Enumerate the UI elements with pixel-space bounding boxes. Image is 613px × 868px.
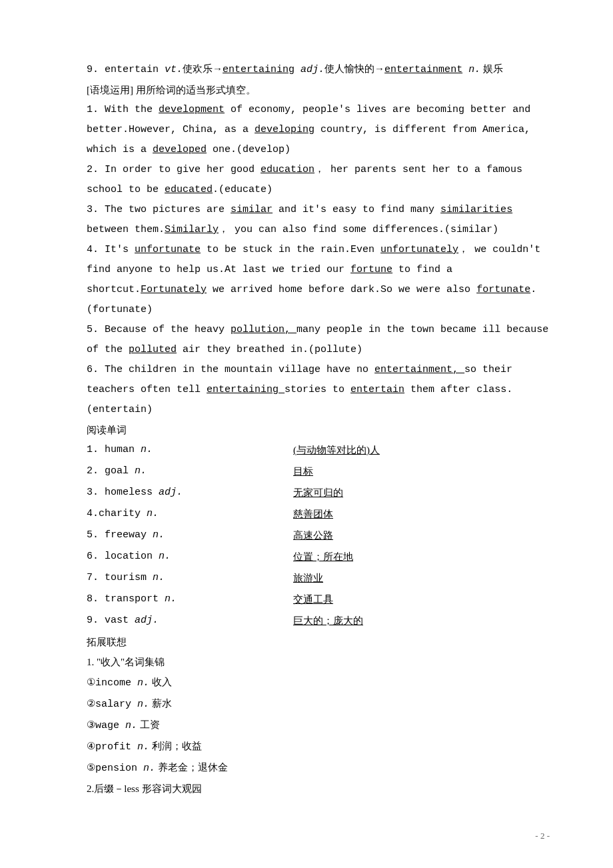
text: .(educate) — [213, 184, 273, 195]
extend-header: 拓展联想 — [87, 632, 550, 652]
ext-word: wage — [95, 720, 125, 731]
ext-meaning: 收入 — [149, 677, 172, 687]
circled-number: ③ — [87, 719, 95, 730]
ext-meaning: 工资 — [137, 719, 160, 730]
pos-label: n. — [153, 529, 165, 541]
sentence-2: 2. In order to give her good education， … — [87, 160, 550, 200]
vocab-row: 9. vast adj.巨大的；庞大的 — [87, 611, 550, 632]
pos-label: n. — [137, 677, 149, 689]
answer: similarities — [440, 204, 512, 215]
meaning-text: 旅游业 — [293, 573, 323, 583]
ext2-title: 2.后缀－less 形容词大观园 — [87, 779, 550, 799]
vocab-term: 5. freeway n. — [87, 525, 293, 547]
answer: educated — [165, 184, 213, 195]
pos-label: n. — [143, 763, 155, 774]
derived-word: entertainment — [384, 64, 462, 75]
vocab-row: 5. freeway n.高速公路 — [87, 525, 550, 547]
answer: fortune — [350, 264, 392, 275]
vocab-word: 8. transport — [87, 593, 165, 605]
text: 3. The two pictures are — [87, 204, 231, 215]
vocab-term: 2. goal n. — [87, 461, 293, 483]
pos-label: n. — [135, 465, 147, 477]
pos-label: adj. — [301, 64, 324, 75]
vocab-word: 2. goal — [87, 465, 135, 477]
ext-word: profit — [95, 741, 137, 753]
vocab-meaning: 旅游业 — [293, 568, 550, 589]
meaning-text: (与动物等对比的)人 — [293, 445, 380, 455]
vocab-meaning: 目标 — [293, 461, 550, 483]
ext-meaning: 养老金；退休金 — [155, 762, 228, 773]
meaning-text: 位置；所在地 — [293, 551, 353, 562]
vocab-term: 4.charity n. — [87, 504, 293, 525]
pos-label: adj. — [135, 615, 159, 626]
circled-number: ⑤ — [87, 762, 95, 773]
ext1-item: ③wage n. 工资 — [87, 715, 550, 736]
reading-vocab-header: 阅读单词 — [87, 420, 550, 440]
cn-text: 娱乐 — [480, 63, 503, 74]
text: 1. With the — [87, 104, 159, 115]
text: 5. Because of the heavy — [87, 324, 231, 335]
pos-label: n. — [147, 508, 159, 519]
text: to be stuck in the rain.Even — [201, 244, 380, 255]
meaning-text: 慈善团体 — [293, 509, 333, 519]
ext1-item: ⑤pension n. 养老金；退休金 — [87, 757, 550, 779]
text: ， you can also find some differences.(si… — [219, 224, 498, 235]
vocab-term: 9. vast adj. — [87, 611, 293, 632]
ext-meaning: 利润；收益 — [149, 741, 202, 751]
text: between them. — [87, 224, 165, 235]
answer: entertain — [350, 384, 404, 395]
vocab-term: 7. tourism n. — [87, 568, 293, 589]
vocab-term: 6. location n. — [87, 547, 293, 568]
ext1-title: 1. "收入"名词集锦 — [87, 652, 550, 672]
ext-word: income — [95, 677, 137, 689]
vocab-word: 3. homeless — [87, 487, 159, 498]
answer: unfortunate — [135, 244, 201, 255]
vocab-term: 3. homeless adj. — [87, 483, 293, 504]
vocab-row: 2. goal n.目标 — [87, 461, 550, 483]
answer: education — [261, 164, 314, 175]
vocab-word: 7. tourism — [87, 572, 153, 583]
ext1-item: ②salary n. 薪水 — [87, 693, 550, 715]
meaning-text: 目标 — [293, 466, 313, 477]
vocab-word: 5. freeway — [87, 529, 153, 541]
context-usage-header: [语境运用] 用所给词的适当形式填空。 — [87, 80, 550, 100]
vocab-meaning: 巨大的；庞大的 — [293, 611, 550, 632]
vocab-row: 8. transport n.交通工具 — [87, 589, 550, 611]
word-entry-9: 9. entertain vt.使欢乐→entertaining adj.使人愉… — [87, 59, 550, 80]
ext1-list: ①income n. 收入②salary n. 薪水③wage n. 工资④pr… — [87, 672, 550, 779]
answer: fortunate — [476, 284, 530, 295]
vocab-list: 1. human n.(与动物等对比的)人2. goal n.目标3. home… — [87, 440, 550, 632]
meaning-text: 无家可归的 — [293, 487, 343, 498]
pos-label: n. — [165, 593, 177, 605]
spacer — [295, 64, 301, 75]
vocab-term: 8. transport n. — [87, 589, 293, 611]
answer: pollution, — [231, 324, 297, 335]
page-number: - 2 - — [535, 827, 550, 845]
sentence-5: 5. Because of the heavy pollution, many … — [87, 320, 550, 360]
vocab-term: 1. human n. — [87, 440, 293, 461]
answer: similar — [231, 204, 273, 215]
meaning-text: 交通工具 — [293, 594, 333, 605]
vocab-word: 1. human — [87, 444, 141, 455]
vocab-meaning: 慈善团体 — [293, 504, 550, 525]
pos-label: n. — [137, 741, 149, 753]
sentence-3: 3. The two pictures are similar and it's… — [87, 200, 550, 240]
pos-label: n. — [468, 64, 480, 75]
text: and it's easy to find many — [273, 204, 440, 215]
pos-label: vt. — [165, 64, 183, 75]
vocab-meaning: 交通工具 — [293, 589, 550, 611]
vocab-row: 6. location n.位置；所在地 — [87, 547, 550, 568]
sentence-4: 4. It's unfortunate to be stuck in the r… — [87, 240, 550, 320]
text: 4. It's — [87, 244, 135, 255]
vocab-row: 7. tourism n.旅游业 — [87, 568, 550, 589]
answer: developed — [153, 144, 207, 155]
derived-word: entertaining — [223, 64, 295, 75]
answer: Similarly — [165, 224, 219, 235]
answer: polluted — [129, 344, 177, 355]
spacer — [462, 64, 468, 75]
sentence-6: 6. The children in the mountain village … — [87, 360, 550, 420]
meaning-text: 巨大的；庞大的 — [293, 615, 363, 626]
pos-label: n. — [159, 551, 171, 562]
vocab-row: 3. homeless adj.无家可归的 — [87, 483, 550, 504]
answer: developing — [255, 124, 314, 135]
